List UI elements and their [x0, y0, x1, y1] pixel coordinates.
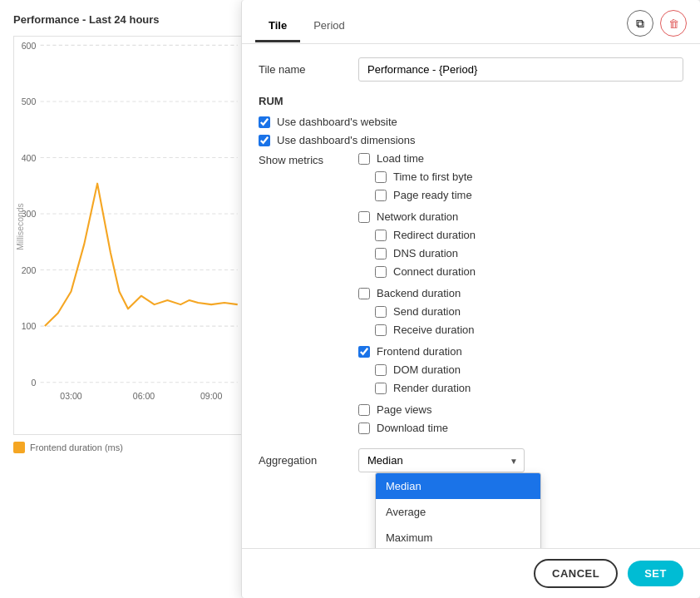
- metric-dns-duration: DNS duration: [375, 247, 476, 259]
- aggregation-label: Aggregation: [259, 454, 358, 467]
- delete-button[interactable]: 🗑: [660, 10, 687, 37]
- metric-time-first-byte: Time to first byte: [375, 171, 476, 183]
- copy-button[interactable]: ⧉: [627, 10, 653, 37]
- metric-send-duration: Send duration: [375, 305, 476, 318]
- legend-label: Frontend duration (ms): [30, 442, 123, 452]
- metric-backend-duration-checkbox[interactable]: [358, 288, 370, 299]
- modal-footer: CANCEL SET: [242, 548, 700, 598]
- metric-network-duration: Network duration: [358, 210, 476, 223]
- metric-download-time-checkbox[interactable]: [358, 423, 370, 434]
- metric-frontend-duration: Frontend duration: [358, 345, 476, 358]
- metric-redirect-duration-checkbox[interactable]: [375, 230, 387, 241]
- metric-connect-duration-label: Connect duration: [393, 265, 476, 278]
- use-dashboard-website-label: Use dashboard's website: [277, 116, 397, 128]
- rum-heading: RUM: [259, 95, 683, 107]
- chart-svg: 600 500 400 300 200 100 0 Milliseconds 0…: [14, 37, 242, 434]
- use-dashboard-website-checkbox[interactable]: [259, 116, 270, 128]
- metric-page-views-checkbox[interactable]: [358, 404, 370, 416]
- metric-time-first-byte-checkbox[interactable]: [375, 171, 387, 183]
- dropdown-item-maximum[interactable]: Maximum: [376, 525, 540, 548]
- metric-load-time-label: Load time: [377, 152, 424, 165]
- metric-dom-duration: DOM duration: [375, 363, 476, 376]
- chart-legend: Frontend duration (ms): [13, 442, 243, 453]
- dropdown-item-median[interactable]: Median: [376, 473, 540, 499]
- metric-group-load: Load time Time to first byte Page ready …: [358, 152, 476, 207]
- metric-send-duration-checkbox[interactable]: [375, 306, 387, 318]
- settings-modal: Tile Period ⧉ 🗑 Tile name RUM Use dashbo…: [241, 0, 700, 598]
- metric-network-duration-label: Network duration: [377, 210, 458, 223]
- tab-tile[interactable]: Tile: [255, 11, 300, 42]
- svg-text:400: 400: [22, 154, 37, 163]
- aggregation-select[interactable]: Median Average Maximum Minimum: [358, 448, 525, 472]
- use-dashboard-dimensions-checkbox[interactable]: [259, 135, 270, 146]
- svg-text:200: 200: [22, 266, 37, 275]
- metric-render-duration-checkbox[interactable]: [375, 383, 387, 394]
- legend-icon: [13, 442, 25, 453]
- show-metrics-label: Show metrics: [259, 152, 358, 440]
- svg-text:600: 600: [22, 42, 37, 51]
- aggregation-dropdown: Median Average Maximum Minimum: [375, 472, 541, 548]
- metric-send-duration-label: Send duration: [393, 305, 461, 318]
- svg-text:03:00: 03:00: [60, 392, 82, 401]
- metric-connect-duration-checkbox[interactable]: [375, 266, 387, 278]
- metric-page-ready-time-label: Page ready time: [393, 189, 472, 201]
- set-button[interactable]: SET: [628, 561, 683, 586]
- svg-text:500: 500: [22, 97, 37, 106]
- metric-group-frontend: Frontend duration DOM duration Render du…: [358, 345, 476, 400]
- metric-page-views-label: Page views: [377, 403, 431, 416]
- use-dashboard-dimensions-label: Use dashboard's dimensions: [277, 134, 416, 146]
- tab-period[interactable]: Period: [300, 11, 358, 42]
- metric-page-ready-time: Page ready time: [375, 189, 476, 201]
- metric-dns-duration-label: DNS duration: [393, 247, 458, 259]
- tile-name-row: Tile name: [259, 57, 683, 82]
- copy-icon: ⧉: [636, 17, 644, 31]
- metric-dns-duration-checkbox[interactable]: [375, 248, 387, 259]
- header-actions: ⧉ 🗑: [627, 10, 687, 43]
- metric-dom-duration-label: DOM duration: [393, 363, 461, 376]
- metric-redirect-duration: Redirect duration: [375, 229, 476, 241]
- use-dashboard-website-row: Use dashboard's website: [259, 116, 683, 128]
- metric-page-ready-time-checkbox[interactable]: [375, 190, 387, 201]
- tabs: Tile Period: [255, 11, 358, 42]
- metrics-options: Load time Time to first byte Page ready …: [358, 152, 476, 440]
- metric-connect-duration: Connect duration: [375, 265, 476, 278]
- metric-receive-duration: Receive duration: [375, 324, 476, 336]
- metric-render-duration-label: Render duration: [393, 382, 471, 394]
- metric-download-time: Download time: [358, 422, 476, 434]
- aggregation-section: Aggregation Median Average Maximum Minim…: [259, 448, 683, 472]
- svg-text:Milliseconds: Milliseconds: [15, 203, 24, 250]
- metric-page-views: Page views: [358, 403, 476, 416]
- metric-dom-duration-checkbox[interactable]: [375, 364, 387, 376]
- modal-header: Tile Period ⧉ 🗑: [242, 0, 700, 44]
- aggregation-row: Aggregation Median Average Maximum Minim…: [259, 448, 683, 472]
- svg-text:09:00: 09:00: [200, 392, 223, 401]
- metric-load-time-checkbox[interactable]: [358, 153, 370, 165]
- metric-group-backend: Backend duration Send duration Receive d…: [358, 287, 476, 342]
- metric-receive-duration-checkbox[interactable]: [375, 324, 387, 336]
- metric-load-time: Load time: [358, 152, 476, 165]
- metric-time-first-byte-label: Time to first byte: [393, 171, 473, 183]
- show-metrics-section: Show metrics Load time Time to first byt…: [259, 152, 683, 440]
- metric-redirect-duration-label: Redirect duration: [393, 229, 476, 241]
- aggregation-select-wrapper: Median Average Maximum Minimum ▼: [358, 448, 525, 472]
- metric-group-network: Network duration Redirect duration DNS d…: [358, 210, 476, 284]
- tile-name-label: Tile name: [259, 63, 358, 76]
- svg-text:0: 0: [31, 378, 36, 388]
- svg-text:06:00: 06:00: [133, 392, 155, 401]
- metric-backend-duration: Backend duration: [358, 287, 476, 299]
- modal-body: Tile name RUM Use dashboard's website Us…: [242, 44, 700, 548]
- metric-backend-duration-label: Backend duration: [377, 287, 461, 299]
- metric-download-time-label: Download time: [377, 422, 448, 434]
- chart-container: 600 500 400 300 200 100 0 Milliseconds 0…: [13, 36, 243, 435]
- dropdown-item-average[interactable]: Average: [376, 499, 540, 525]
- svg-text:100: 100: [22, 322, 37, 331]
- metric-network-duration-checkbox[interactable]: [358, 211, 370, 223]
- trash-icon: 🗑: [668, 17, 679, 30]
- cancel-button[interactable]: CANCEL: [534, 559, 618, 588]
- metric-frontend-duration-label: Frontend duration: [377, 345, 462, 358]
- chart-title: Performance - Last 24 hours: [13, 13, 243, 26]
- tile-name-input[interactable]: [358, 57, 683, 82]
- metric-frontend-duration-checkbox[interactable]: [358, 346, 370, 358]
- metric-receive-duration-label: Receive duration: [393, 324, 475, 336]
- metric-render-duration: Render duration: [375, 382, 476, 394]
